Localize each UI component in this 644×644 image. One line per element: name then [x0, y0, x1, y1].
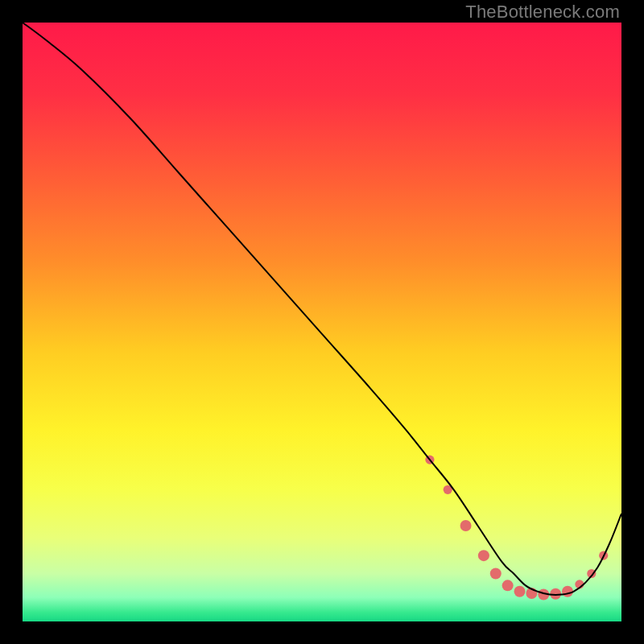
bottleneck-curve: [23, 23, 621, 595]
chart-stage: TheBottleneck.com: [0, 0, 644, 644]
plot-area: [23, 23, 621, 621]
watermark-text: TheBottleneck.com: [465, 2, 620, 23]
marker-dot: [490, 568, 502, 579]
marker-dot: [460, 520, 472, 531]
marker-dot: [478, 550, 489, 561]
chart-svg: [23, 23, 621, 621]
valley-markers: [425, 456, 608, 601]
marker-dot: [502, 580, 514, 591]
marker-dot: [514, 586, 526, 597]
marker-dot: [562, 586, 573, 597]
marker-dot: [550, 588, 561, 600]
